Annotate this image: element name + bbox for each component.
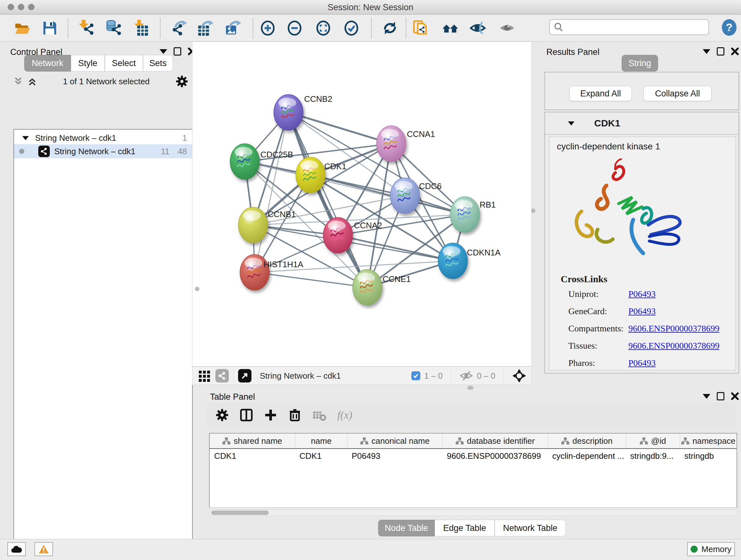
node-RB1[interactable] (450, 197, 480, 233)
return-home-icon[interactable] (442, 19, 460, 37)
edge-HIST1H1A-CCNE1[interactable] (255, 272, 367, 287)
scrollbar-thumb[interactable] (211, 510, 269, 515)
network-tree-header: 1 of 1 Network selected (10, 75, 193, 88)
import-table-from-file-icon[interactable] (132, 19, 150, 37)
selected-checkbox-icon[interactable] (411, 371, 420, 380)
collection-expander-icon[interactable] (22, 136, 29, 140)
table-cell[interactable]: CDK1 (295, 451, 347, 461)
float-panel-icon[interactable] (717, 47, 724, 56)
birds-eye-view-icon[interactable] (512, 369, 526, 383)
tab-network-table[interactable]: Network Table (495, 520, 566, 537)
table-cell[interactable]: stringdb:9... (626, 451, 680, 461)
help-icon[interactable]: ? (721, 19, 738, 38)
network-canvas[interactable]: CCNB2CCNA1CDC25BCDK1CDC6RB1CCNB1CCNA2CDK… (192, 42, 532, 367)
float-panel-icon[interactable] (717, 392, 724, 400)
clone-network-icon[interactable] (412, 19, 430, 37)
network-share-view-icon[interactable] (215, 369, 229, 382)
column-header-namespace[interactable]: namespace (680, 434, 737, 448)
create-column-icon[interactable] (264, 408, 277, 422)
table-cell[interactable]: CDK1 (210, 451, 295, 461)
open-session-icon[interactable] (13, 19, 31, 37)
expand-all-networks-icon[interactable] (27, 77, 37, 86)
column-header-name[interactable]: name (295, 434, 347, 448)
edge-CDK1-RB1[interactable] (311, 175, 465, 214)
left-splitter-handle[interactable] (195, 287, 199, 291)
node-CDKN1A[interactable] (438, 243, 468, 279)
node-CDC6[interactable] (390, 178, 420, 213)
zoom-out-icon[interactable] (286, 19, 304, 37)
crosslink-link[interactable]: P06493 (628, 289, 656, 299)
refresh-view-icon[interactable] (381, 19, 399, 37)
table-cell[interactable]: cyclin-dependent ... (548, 451, 625, 461)
tab-style[interactable]: Style (71, 55, 105, 71)
tab-edge-table[interactable]: Edge Table (434, 520, 495, 537)
network-options-gear-icon[interactable] (176, 75, 188, 88)
export-network-icon[interactable] (171, 19, 188, 37)
edge-CCNB2-CCNA1[interactable] (288, 112, 391, 144)
collapse-all-button[interactable]: Collapse All (643, 86, 712, 101)
show-all-icon[interactable] (498, 19, 516, 37)
table-cell[interactable]: P06493 (347, 451, 442, 461)
function-builder-icon[interactable]: f(x) (337, 409, 352, 421)
cloud-button[interactable] (7, 542, 26, 556)
collapse-all-networks-icon[interactable] (13, 77, 23, 86)
show-columns-icon[interactable] (240, 408, 253, 422)
save-session-icon[interactable] (41, 19, 59, 37)
tab-node-table[interactable]: Node Table (378, 520, 434, 537)
node-expander-icon[interactable] (568, 121, 575, 125)
close-panel-icon[interactable] (731, 47, 739, 56)
delete-column-icon[interactable] (288, 408, 301, 422)
import-network-from-file-icon[interactable] (78, 19, 96, 37)
crosslink-link[interactable]: 9606.ENSP00000378699 (628, 323, 719, 334)
float-panel-icon[interactable] (174, 47, 181, 56)
node-CCNB1[interactable] (239, 207, 268, 243)
close-panel-icon[interactable] (731, 392, 739, 400)
table-row[interactable]: CDK1CDK1P064939606.ENSP00000378699cyclin… (210, 449, 737, 463)
crosslink-link[interactable]: P06493 (628, 306, 656, 316)
table-options-gear-icon[interactable] (215, 408, 229, 422)
edge-CCNA2-CDKN1A[interactable] (338, 235, 453, 261)
detach-view-icon[interactable] (238, 369, 252, 382)
panel-menu-icon[interactable] (159, 49, 167, 54)
memory-button[interactable]: Memory (687, 542, 735, 556)
tab-string[interactable]: String (622, 55, 658, 71)
right-splitter-handle[interactable] (531, 208, 536, 213)
node-CCNA1[interactable] (377, 126, 406, 162)
hide-selected-icon[interactable] (469, 19, 487, 37)
panel-menu-icon[interactable] (703, 394, 711, 399)
import-network-from-database-icon[interactable] (105, 19, 123, 37)
node-CCNA2[interactable] (323, 217, 353, 253)
tab-sets[interactable]: Sets (143, 55, 173, 71)
fit-content-icon[interactable] (314, 19, 332, 37)
crosslink-link[interactable]: 9606.ENSP00000378699 (628, 341, 719, 351)
table-cell[interactable]: 9606.ENSP00000378699 (442, 451, 548, 461)
table-cell[interactable]: stringdb (680, 451, 737, 461)
node-CDK1[interactable] (296, 157, 325, 193)
grid-view-icon[interactable] (198, 369, 211, 382)
node-CDC25B[interactable] (230, 144, 259, 179)
column-header-description[interactable]: description (548, 434, 625, 448)
network-row[interactable]: String Network – cdk1 11 48 (14, 144, 192, 159)
panel-menu-icon[interactable] (703, 49, 711, 54)
search-input[interactable] (566, 22, 703, 32)
network-collection-row[interactable]: String Network – cdk1 1 (14, 131, 192, 145)
column-header-id[interactable]: @id (626, 434, 680, 448)
zoom-selected-icon[interactable] (342, 19, 360, 37)
column-header-canonicalname[interactable]: canonical name (347, 434, 442, 448)
export-image-icon[interactable] (225, 19, 243, 37)
warning-button[interactable] (35, 542, 53, 556)
node-result-header[interactable]: CDK1 (545, 112, 738, 135)
tab-network[interactable]: Network (24, 55, 71, 71)
node-CCNB2[interactable] (274, 95, 303, 130)
export-table-icon[interactable] (197, 19, 215, 37)
node-CCNE1[interactable] (353, 269, 382, 305)
expand-all-button[interactable]: Expand All (569, 86, 632, 101)
crosslink-link[interactable]: P06493 (628, 358, 656, 368)
column-header-databaseidentifier[interactable]: database identifier (442, 434, 548, 448)
zoom-in-icon[interactable] (259, 19, 277, 37)
toolbar-separator (68, 18, 68, 38)
tab-select[interactable]: Select (105, 55, 143, 71)
delete-table-icon[interactable] (313, 409, 327, 421)
table-horizontal-scrollbar[interactable] (209, 509, 737, 516)
column-header-sharedname[interactable]: shared name (210, 434, 295, 448)
